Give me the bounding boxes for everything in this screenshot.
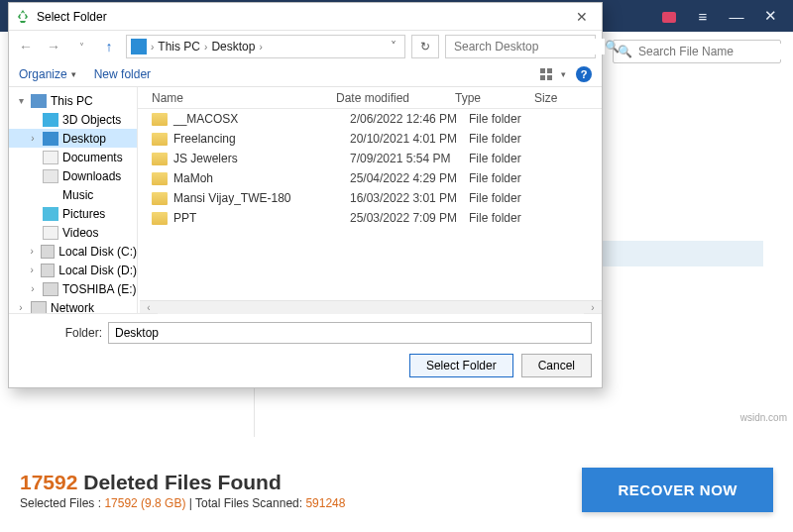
list-row[interactable]: Mansi Vijay_TWE-18016/03/2022 3:01 PMFil…: [138, 188, 602, 208]
tree-item[interactable]: Documents: [9, 148, 137, 166]
row-type: File folder: [469, 171, 548, 185]
tree-item[interactable]: ›TOSHIBA (E:): [9, 279, 137, 298]
svg-rect-3: [547, 75, 552, 80]
organize-menu[interactable]: Organize ▾: [19, 67, 76, 81]
tree-item[interactable]: ›Desktop: [9, 129, 137, 148]
nav-up-icon[interactable]: ↑: [98, 39, 120, 54]
row-type: File folder: [469, 211, 548, 225]
menu-icon[interactable]: ≡: [686, 0, 720, 32]
dialog-close-icon[interactable]: ✕: [568, 9, 596, 25]
toolbox-icon[interactable]: [652, 0, 686, 32]
expand-icon[interactable]: ›: [15, 302, 27, 313]
tree-item[interactable]: 3D Objects: [9, 110, 137, 129]
cancel-button[interactable]: Cancel: [521, 354, 592, 377]
list-row[interactable]: PPT25/03/2022 7:09 PMFile folder: [138, 208, 602, 228]
expand-icon[interactable]: ›: [27, 265, 37, 275]
col-name[interactable]: Name: [138, 91, 336, 105]
nav-recent-icon[interactable]: ˅: [70, 42, 92, 53]
select-folder-button[interactable]: Select Folder: [409, 354, 513, 377]
path-this-pc[interactable]: This PC: [158, 40, 200, 53]
svg-rect-1: [547, 68, 552, 73]
tree-icon: [31, 301, 47, 314]
folder-icon: [152, 133, 168, 146]
list-body[interactable]: __MACOSX2/06/2022 12:46 PMFile folderFre…: [138, 109, 602, 300]
deleted-label: Deleted Files Found: [77, 471, 281, 493]
horizontal-scrollbar[interactable]: ‹ ›: [140, 300, 602, 313]
tree-item[interactable]: ▾This PC: [9, 91, 137, 110]
folder-search[interactable]: 🔍: [445, 35, 596, 58]
tree-item[interactable]: Videos: [9, 223, 137, 242]
search-file-input[interactable]: 🔍 ✕: [613, 40, 781, 63]
expand-icon[interactable]: ›: [27, 246, 37, 257]
refresh-button[interactable]: ↻: [411, 35, 439, 58]
tree-icon: [31, 94, 47, 108]
dialog-titlebar: Select Folder ✕: [9, 3, 602, 31]
col-size[interactable]: Size: [534, 91, 602, 105]
expand-icon[interactable]: ›: [27, 283, 39, 294]
col-type[interactable]: Type: [455, 91, 534, 105]
list-row[interactable]: __MACOSX2/06/2022 12:46 PMFile folder: [138, 109, 602, 129]
new-folder-button[interactable]: New folder: [94, 67, 151, 81]
pc-icon: [131, 39, 147, 54]
path-desktop[interactable]: Desktop: [211, 40, 255, 53]
folder-search-input[interactable]: [452, 39, 605, 54]
row-type: File folder: [469, 152, 548, 165]
folder-icon: [152, 172, 168, 185]
expand-icon[interactable]: ▾: [15, 95, 27, 106]
dialog-bottom: Folder: Select Folder Cancel: [9, 313, 602, 387]
col-date[interactable]: Date modified: [336, 91, 455, 105]
row-type: File folder: [469, 132, 548, 146]
tree-icon: [43, 151, 58, 164]
list-row[interactable]: MaMoh25/04/2022 4:29 PMFile folder: [138, 168, 602, 188]
dialog-toolbar: Organize ▾ New folder ▾ ?: [9, 62, 602, 87]
row-date: 16/03/2022 3:01 PM: [350, 191, 469, 205]
tree-icon: [43, 282, 58, 296]
row-date: 25/04/2022 4:29 PM: [350, 171, 469, 185]
tree-label: Downloads: [62, 169, 121, 183]
help-icon[interactable]: ?: [576, 66, 592, 82]
expand-icon[interactable]: ›: [27, 133, 39, 144]
address-bar[interactable]: › This PC › Desktop › ˅: [126, 35, 405, 58]
folder-input[interactable]: [108, 322, 592, 344]
row-date: 7/09/2021 5:54 PM: [350, 152, 469, 165]
chevron-down-icon: ▾: [561, 69, 566, 79]
folder-tree[interactable]: ▾This PC3D Objects›DesktopDocumentsDownl…: [9, 87, 138, 313]
folder-icon: [152, 212, 168, 225]
tree-label: 3D Objects: [62, 113, 121, 127]
tree-label: TOSHIBA (E:): [62, 282, 136, 296]
select-folder-dialog: Select Folder ✕ ← → ˅ ↑ › This PC › Desk…: [8, 2, 603, 388]
nav-back-icon[interactable]: ←: [15, 39, 37, 54]
dialog-title: Select Folder: [37, 10, 107, 24]
tree-item[interactable]: ›Network: [9, 298, 137, 313]
address-dropdown-icon[interactable]: ˅: [391, 40, 400, 53]
chevron-right-icon: ›: [259, 42, 262, 53]
file-list: Name Date modified Type Size __MACOSX2/0…: [138, 87, 602, 313]
tree-item[interactable]: ›Local Disk (D:): [9, 261, 137, 279]
row-date: 20/10/2021 4:01 PM: [350, 132, 469, 146]
folder-label: Folder:: [62, 326, 102, 340]
tree-icon: [43, 226, 58, 240]
list-row[interactable]: Freelancing20/10/2021 4:01 PMFile folder: [138, 129, 602, 149]
tree-item[interactable]: ›Local Disk (C:): [9, 242, 137, 261]
close-icon[interactable]: ✕: [753, 0, 787, 32]
tree-item[interactable]: Music: [9, 185, 137, 204]
svg-rect-2: [540, 75, 545, 80]
scroll-left-icon[interactable]: ‹: [140, 301, 158, 313]
list-header[interactable]: Name Date modified Type Size: [138, 87, 602, 109]
row-date: 2/06/2022 12:46 PM: [350, 112, 469, 126]
tree-icon: [43, 188, 58, 202]
view-options[interactable]: ▾: [539, 67, 566, 81]
list-row[interactable]: JS Jewelers7/09/2021 5:54 PMFile folder: [138, 149, 602, 168]
nav-forward-icon: →: [43, 39, 64, 54]
dialog-nav: ← → ˅ ↑ › This PC › Desktop › ˅ ↻ 🔍: [9, 31, 602, 62]
recover-now-button[interactable]: RECOVER NOW: [582, 468, 773, 512]
dialog-body: ▾This PC3D Objects›DesktopDocumentsDownl…: [9, 87, 602, 313]
search-icon: 🔍: [618, 45, 632, 58]
tree-item[interactable]: Downloads: [9, 166, 137, 185]
tree-item[interactable]: Pictures: [9, 204, 137, 223]
clear-search-icon[interactable]: ✕: [789, 45, 793, 58]
scroll-right-icon[interactable]: ›: [584, 301, 602, 313]
search-file-field[interactable]: [636, 44, 789, 59]
minimize-icon[interactable]: —: [720, 0, 753, 32]
row-name: MaMoh: [173, 171, 350, 185]
